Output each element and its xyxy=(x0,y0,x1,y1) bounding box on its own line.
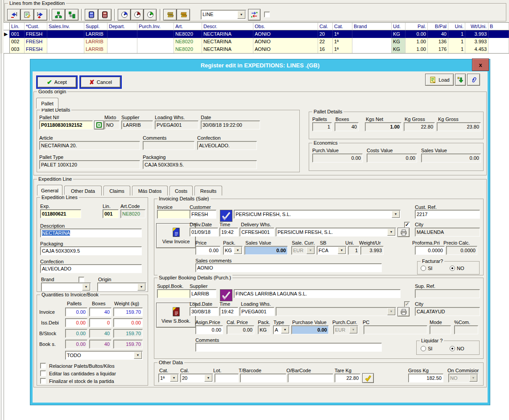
line-mode-combobox[interactable]: LINE xyxy=(201,10,246,20)
col-header[interactable]: *Cust. xyxy=(25,23,47,30)
cancel-button[interactable]: ✘Cancel xyxy=(81,77,120,87)
deliv-time-field[interactable]: 19:42 xyxy=(219,228,238,237)
booking-supplier-code-field[interactable]: LARRIB xyxy=(190,289,216,298)
print-delivery-button[interactable] xyxy=(397,228,410,237)
table-row-selected[interactable]: ▶ 001 FRESH LARRIB NE8020 NECTARINA AONI… xyxy=(4,30,509,38)
col-header[interactable]: Uni. xyxy=(448,23,465,30)
col-header[interactable]: Descr. xyxy=(202,23,253,30)
sup-ref-field[interactable] xyxy=(415,289,480,298)
tare-confirm-button[interactable] xyxy=(362,373,374,383)
sales-value-summary-field[interactable]: 0.00 xyxy=(421,154,481,162)
qty-invoice-pallets[interactable]: 0.00 xyxy=(65,308,87,316)
pie-green-button[interactable] xyxy=(144,9,157,21)
qty-invoice-boxes[interactable]: 40 xyxy=(89,308,112,316)
col-header[interactable]: Brand xyxy=(352,23,392,30)
tab-pallet[interactable]: Pallet xyxy=(36,98,58,108)
cal-select[interactable]: 20 xyxy=(180,374,213,383)
article-field[interactable]: NECTARINA 20. xyxy=(39,141,140,150)
col-header[interactable]: Purch.Inv. xyxy=(137,23,174,30)
chevron-down-icon[interactable] xyxy=(281,326,289,333)
pallet-date-field[interactable]: 30/08/18 19:22:00 xyxy=(201,121,260,129)
col-header[interactable]: Obs. xyxy=(253,23,318,30)
tab-costs[interactable]: Costs xyxy=(170,186,193,195)
o-barcode-field[interactable] xyxy=(288,374,333,383)
col-header[interactable]: Suppl. xyxy=(84,23,108,30)
loading-whs-code-field[interactable]: PVEGA001 xyxy=(240,307,274,316)
import-button[interactable] xyxy=(455,74,466,86)
pie-blue-button[interactable] xyxy=(118,9,131,21)
origin-select[interactable] xyxy=(97,283,146,291)
col-header[interactable]: B/Pal xyxy=(428,23,448,30)
accept-button[interactable]: ✔Acept xyxy=(37,77,76,87)
weight-per-unit-field[interactable]: 3.993 xyxy=(360,246,384,255)
attachment-button[interactable] xyxy=(467,74,480,86)
tab-other-data[interactable]: Other Data xyxy=(64,186,102,195)
customer-verify-button[interactable] xyxy=(220,210,232,222)
liquidar-si-radio[interactable] xyxy=(421,346,426,351)
kg-gross2-field[interactable]: 23.80 xyxy=(437,122,481,131)
col-header[interactable]: Cat. xyxy=(333,23,352,30)
delivery-whs-code-field[interactable]: CFRESH001 xyxy=(240,228,274,237)
sales-comments-field[interactable]: AONIO xyxy=(195,263,382,272)
purch-pack-field[interactable]: KG xyxy=(258,325,270,334)
chevron-down-icon[interactable] xyxy=(204,374,212,382)
col-header[interactable]: Pal. xyxy=(406,23,428,30)
print-loading-button[interactable] xyxy=(397,307,410,316)
chevron-down-icon[interactable] xyxy=(234,247,242,254)
chevron-down-icon[interactable] xyxy=(170,374,178,382)
qty-books-weight[interactable]: 159.70 xyxy=(113,340,143,349)
table-row[interactable]: 003 FRESH LARRIB NE8020 NECTARINA AONIO … xyxy=(4,46,509,53)
qty-bstock-pallets[interactable]: 0.00 xyxy=(65,329,87,338)
loading-city-checkbox[interactable] xyxy=(404,301,410,307)
qty-mode-select[interactable]: TODO xyxy=(65,351,143,360)
col-header[interactable]: Cal. xyxy=(318,23,333,30)
description-field[interactable]: NECTARINA xyxy=(40,229,142,237)
qty-issdebit-weight[interactable]: 0.00 xyxy=(113,318,143,327)
mode-field[interactable] xyxy=(430,325,451,334)
purchase-value-field[interactable]: 0.00 xyxy=(291,325,329,334)
qty-bstock-weight[interactable]: 159.70 xyxy=(113,329,143,338)
sale-pack-select[interactable]: KG xyxy=(223,246,243,255)
uni-field[interactable]: 1 xyxy=(348,246,360,255)
customer-code-field[interactable]: FRESH xyxy=(190,210,216,219)
chevron-down-icon[interactable] xyxy=(134,352,142,359)
deliv-date-field[interactable]: 01/09/18 xyxy=(190,228,218,237)
col-header[interactable]: Art. xyxy=(174,23,202,30)
chevron-down-icon[interactable] xyxy=(237,11,245,19)
customer-name-select[interactable]: PERSICUM FRESH, S.L. xyxy=(234,210,401,219)
on-commission-select[interactable]: NO xyxy=(448,374,478,383)
brand-checkbox[interactable] xyxy=(79,277,84,283)
lot-field[interactable] xyxy=(215,374,239,383)
distribute-right-button[interactable] xyxy=(65,9,79,21)
proforma-price-field[interactable]: 0.0000 xyxy=(415,246,445,255)
col-header[interactable]: Depart. xyxy=(108,23,137,30)
pallet-number-field[interactable]: P01180830192152 xyxy=(39,121,93,129)
chevron-down-icon[interactable] xyxy=(137,283,145,291)
calculator-red-button[interactable] xyxy=(98,9,112,21)
tare-kg-field[interactable]: 22.80 xyxy=(335,374,360,383)
pallets-field[interactable]: 1 xyxy=(312,122,332,131)
col-header[interactable]: Sales.Inv. xyxy=(47,23,84,30)
line-confection-field[interactable]: ALVEOLADO xyxy=(40,264,142,273)
sale-curr-select[interactable]: EUR xyxy=(291,246,315,255)
qty-books-pallets[interactable]: 0.00 xyxy=(65,340,87,349)
delivery-city-field[interactable]: MALUENDA xyxy=(415,228,480,237)
move-line-back-button[interactable] xyxy=(7,9,21,21)
price-field[interactable]: 0.00 xyxy=(195,246,220,255)
delivery-whs-select[interactable]: PERSICUM FRESH, S.L. xyxy=(276,228,396,237)
cal-price-field[interactable]: 0.00 xyxy=(227,325,254,334)
chevron-down-icon[interactable] xyxy=(82,283,90,291)
lin-field[interactable]: 001 xyxy=(103,209,119,218)
art-code-field[interactable]: NE8020 xyxy=(120,209,145,218)
qty-issdebit-boxes[interactable]: 0 xyxy=(89,318,112,327)
chevron-down-icon[interactable] xyxy=(338,247,346,254)
load-button[interactable]: Load xyxy=(425,74,454,86)
load-time-field[interactable]: 19:42 xyxy=(219,307,238,316)
pie-maroon-button[interactable] xyxy=(131,9,144,21)
books-button[interactable] xyxy=(163,9,177,21)
facturar-si-radio[interactable] xyxy=(421,266,426,271)
chevron-down-icon[interactable] xyxy=(387,229,395,236)
liquidar-no-radio[interactable] xyxy=(450,346,455,351)
tab-claims[interactable]: Claims xyxy=(103,186,130,195)
chevron-down-icon[interactable] xyxy=(392,211,400,218)
